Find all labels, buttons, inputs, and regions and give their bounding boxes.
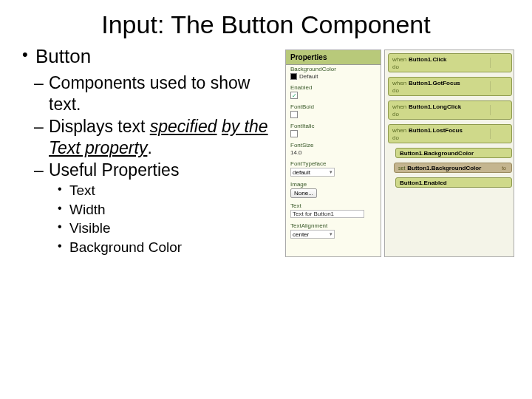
prop-label: FontItalic <box>290 123 376 129</box>
event-block-click[interactable]: whenButton1.Click do <box>388 53 512 72</box>
prop-label: FontBold <box>290 103 376 110</box>
dropdown[interactable]: center <box>290 230 335 239</box>
keyword-when: when <box>392 127 409 134</box>
prop-fontitalic: FontItalic <box>286 122 381 141</box>
checkbox[interactable] <box>290 111 298 118</box>
block-label: Button1.GotFocus <box>409 80 460 86</box>
block-label: Button1.Enabled <box>400 180 447 186</box>
slide-body: Button Components used to show text. Dis… <box>0 45 532 257</box>
prop-label: TextAlignment <box>290 222 376 229</box>
prop-image: Image None... <box>286 180 381 202</box>
text-run: Displays text <box>49 117 150 136</box>
prop-backgroundcolor: BackgroundColor Default <box>286 65 381 83</box>
prop-value[interactable]: Default <box>299 73 318 80</box>
keyword-when: when <box>392 56 409 63</box>
block-label: Button1.LongClick <box>409 103 461 110</box>
properties-header: Properties <box>286 50 381 65</box>
getter-block-enabled[interactable]: Button1.Enabled <box>395 177 512 188</box>
prop-fontbold: FontBold <box>286 103 381 122</box>
prop-label: FontSize <box>290 142 376 149</box>
text-run: . <box>147 138 151 157</box>
keyword-do: do <box>392 111 508 117</box>
keyword-set: set <box>398 166 405 171</box>
keyword-when: when <box>392 103 409 110</box>
bullet-lvl1: Button <box>22 45 281 68</box>
text-column: Button Components used to show text. Dis… <box>15 45 281 257</box>
block-label: Button1.Click <box>409 56 447 63</box>
properties-panel: Properties BackgroundColor Default Enabl… <box>285 50 381 257</box>
bullet-lvl3-3: Visible <box>22 219 281 238</box>
keyword-do: do <box>392 87 508 94</box>
slide-title: Input: The Button Component <box>0 0 532 45</box>
color-swatch-icon <box>290 73 297 80</box>
bullet-lvl3-2: Width <box>22 200 281 219</box>
checkbox[interactable] <box>290 130 298 137</box>
keyword-do: do <box>392 134 508 141</box>
event-block-lostfocus[interactable]: whenButton1.LostFocus do <box>388 124 512 143</box>
text-input[interactable]: Text for Button1 <box>290 210 364 218</box>
prop-enabled: Enabled ✓ <box>286 83 381 103</box>
keyword-when: when <box>392 80 409 86</box>
bullet-lvl3-4: Background Color <box>22 238 281 257</box>
bullet-lvl3-1: Text <box>22 181 281 200</box>
prop-value[interactable]: 14.0 <box>290 149 376 156</box>
setter-block-bgcolor[interactable]: set Button1.BackgroundColor to <box>394 163 512 173</box>
prop-label: FontTypeface <box>290 160 376 167</box>
checkbox[interactable]: ✓ <box>290 92 298 99</box>
getter-block-bgcolor[interactable]: Button1.BackgroundColor <box>395 148 512 158</box>
text-run-underlined: specified <box>150 117 217 136</box>
prop-label: Enabled <box>290 84 376 91</box>
dropdown[interactable]: default <box>290 168 335 177</box>
figure-column: Properties BackgroundColor Default Enabl… <box>285 50 514 257</box>
keyword-to: to <box>502 166 506 171</box>
bullet-lvl2-3: Useful Properties <box>22 160 281 181</box>
blocks-panel: whenButton1.Click do whenButton1.GotFocu… <box>384 50 514 257</box>
image-picker-button[interactable]: None... <box>290 188 317 198</box>
block-label: Button1.BackgroundColor <box>407 165 481 171</box>
prop-label: Text <box>290 202 376 209</box>
block-label: Button1.LostFocus <box>409 127 463 134</box>
prop-label: BackgroundColor <box>290 66 376 72</box>
keyword-do: do <box>392 64 508 70</box>
prop-textalignment: TextAlignment center <box>286 222 381 242</box>
prop-fontsize: FontSize 14.0 <box>286 141 381 160</box>
prop-fonttypeface: FontTypeface default <box>286 160 381 180</box>
bullet-lvl2-2: Displays text specified by the Text prop… <box>22 116 281 160</box>
bullet-lvl2-1: Components used to show text. <box>22 72 281 116</box>
event-block-longclick[interactable]: whenButton1.LongClick do <box>388 100 512 120</box>
block-label: Button1.BackgroundColor <box>400 150 474 157</box>
event-block-gotfocus[interactable]: whenButton1.GotFocus do <box>388 77 512 96</box>
prop-label: Image <box>290 181 376 188</box>
prop-text: Text Text for Button1 <box>286 202 381 222</box>
